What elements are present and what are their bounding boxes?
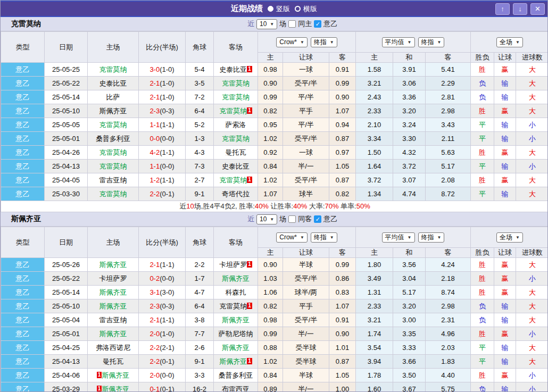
corner-cell: 7-3 xyxy=(186,160,214,173)
league-filter-checkbox[interactable]: ✓ xyxy=(314,215,321,223)
avg-home-cell: 1.78 xyxy=(356,369,393,382)
home-team-cell: 克雷莫纳 xyxy=(88,146,139,160)
result-cell: 胜 xyxy=(471,146,494,160)
goals-result-cell: 小 xyxy=(516,160,548,173)
col-avg-away: 客 xyxy=(426,248,471,258)
same-venue-checkbox[interactable] xyxy=(288,215,296,223)
handicap-result-cell: 输 xyxy=(494,77,516,90)
odds-away-cell: 0.82 xyxy=(329,187,356,201)
avg-draw-cell: 5.17 xyxy=(393,286,426,299)
corner-cell: 2-6 xyxy=(186,341,214,355)
move-up-button[interactable]: ↑ xyxy=(495,3,510,15)
col-type: 类型 xyxy=(1,227,45,258)
goals-result-cell: 大 xyxy=(516,63,548,77)
chevron-down-icon: ▼ xyxy=(300,40,304,45)
goals-result-cell: 小 xyxy=(516,118,548,132)
odds-stage-select[interactable]: 终指▼ xyxy=(311,232,337,243)
away-team-cell: 克雷莫纳 xyxy=(214,132,258,146)
avg-draw-cell: 4.74 xyxy=(393,187,426,201)
team-name: 萨索洛 xyxy=(226,121,246,129)
result-cell: 负 xyxy=(471,313,494,327)
score-cell: 0-0(0-0) xyxy=(139,132,186,146)
chevron-down-icon: ▼ xyxy=(270,22,274,27)
col-odds-away: 客 xyxy=(329,53,356,63)
away-team-cell: 克雷莫纳 xyxy=(214,77,258,90)
radio-selected-icon[interactable] xyxy=(268,6,273,12)
result-cell: 平 xyxy=(471,341,494,355)
recent-count-select[interactable]: 10▼ xyxy=(256,214,277,224)
avg-away-cell: 2.08 xyxy=(426,173,471,187)
col-odds-handicap: 让球 xyxy=(283,248,329,258)
radio-vertical-layout[interactable]: 竖版 xyxy=(268,4,290,14)
avg-away-cell: 8.74 xyxy=(426,286,471,299)
handicap-line-cell: 受平/半 xyxy=(283,272,329,286)
average-type-select[interactable]: 平均值▼ xyxy=(382,37,415,47)
avg-away-cell: 8.72 xyxy=(426,187,471,201)
col-score: 比分(半场) xyxy=(139,227,186,258)
handicap-line-cell: 球半 xyxy=(283,187,329,201)
chevron-down-icon: ▼ xyxy=(437,235,442,240)
league-cell: 意乙 xyxy=(1,286,45,299)
chevron-down-icon: ▼ xyxy=(300,235,304,240)
games-label: 场 xyxy=(279,214,286,224)
team-name: 弗洛西诺尼 xyxy=(96,344,130,352)
col-avg-home: 主 xyxy=(356,248,393,258)
odds-company-select[interactable]: Crow*▼ xyxy=(276,37,308,47)
avg-home-cell: 2.10 xyxy=(356,118,393,132)
team-name: 斯佩齐亚 xyxy=(102,385,129,392)
goals-result-cell: 小 xyxy=(516,327,548,341)
handicap-line-cell: 平/半 xyxy=(283,90,329,104)
same-venue-checkbox[interactable] xyxy=(288,20,296,28)
move-down-button[interactable]: ↓ xyxy=(513,3,527,15)
away-team-cell: 萨勒尼塔纳 xyxy=(214,327,258,341)
score-cell: 3-0(1-0) xyxy=(139,63,186,77)
team-name: 雷吉亚纳 xyxy=(99,176,127,184)
odds-away-cell: 0.87 xyxy=(329,355,356,369)
home-team-cell: 1斯佩齐亚 xyxy=(88,369,139,382)
odds-home-cell: 1.02 xyxy=(258,132,283,146)
score-cell: 2-1(1-0) xyxy=(139,77,186,90)
odds-away-cell: 1.00 xyxy=(329,382,356,392)
odds-home-cell: 0.88 xyxy=(258,341,283,355)
away-team-cell: 卡坦萨罗1 xyxy=(214,258,258,272)
avg-draw-cell: 3.33 xyxy=(393,341,426,355)
league-filter-checkbox[interactable]: ✓ xyxy=(314,20,321,28)
odds-away-cell: 1.07 xyxy=(329,104,356,118)
corner-cell: 2-7 xyxy=(186,173,214,187)
home-team-cell: 1斯佩齐亚 xyxy=(88,382,139,392)
col-avg-home: 主 xyxy=(356,53,393,63)
odds-away-cell: 0.83 xyxy=(329,286,356,299)
scope-select[interactable]: 全场▼ xyxy=(496,232,523,243)
odds-company-select[interactable]: Crow*▼ xyxy=(276,232,308,243)
radio-unselected-icon[interactable] xyxy=(295,6,301,12)
avg-home-cell: 3.94 xyxy=(356,355,393,369)
summary-row: 近10场,胜4平4负2, 胜率:40% 让胜率:40% 大率:70% 单率:50… xyxy=(1,201,548,212)
team-name: 斯佩齐亚 xyxy=(222,316,250,324)
team-name: 雷吉亚纳 xyxy=(99,316,127,324)
close-button[interactable]: ✕ xyxy=(530,3,545,15)
col-home: 主场 xyxy=(88,227,139,258)
booking-badge: 1 xyxy=(247,261,252,268)
recent-count-select[interactable]: 10▼ xyxy=(256,19,277,29)
score-cell: 1-1(0-0) xyxy=(139,160,186,173)
average-stage-select[interactable]: 终指▼ xyxy=(418,232,445,243)
radio-horizontal-layout[interactable]: 横版 xyxy=(295,4,317,14)
arrow-up-icon: ↑ xyxy=(501,5,504,13)
scope-select[interactable]: 全场▼ xyxy=(496,37,523,47)
team-name: 克雷莫纳 xyxy=(222,135,250,143)
away-team-cell: 奇塔代拉 xyxy=(214,187,258,201)
away-team-cell: 萨索洛 xyxy=(214,118,258,132)
away-team-cell: 史泰比亚1 xyxy=(214,63,258,77)
average-type-select[interactable]: 平均值▼ xyxy=(382,232,415,243)
avg-away-cell: 2.98 xyxy=(426,299,471,313)
avg-home-cell: 1.64 xyxy=(356,160,393,173)
avg-home-cell: 1.74 xyxy=(356,327,393,341)
date-cell: 25-03-30 xyxy=(45,187,88,201)
avg-away-cell: 5.41 xyxy=(426,63,471,77)
average-stage-select[interactable]: 终指▼ xyxy=(418,37,445,47)
handicap-line-cell: 半球 xyxy=(283,258,329,272)
avg-draw-cell: 3.30 xyxy=(393,132,426,146)
match-row: 意乙25-04-13克雷莫纳1-1(0-0)7-3史泰比亚0.84半/一1.05… xyxy=(1,160,548,173)
odds-stage-select[interactable]: 终指▼ xyxy=(311,37,337,47)
avg-home-cell: 1.50 xyxy=(356,146,393,160)
